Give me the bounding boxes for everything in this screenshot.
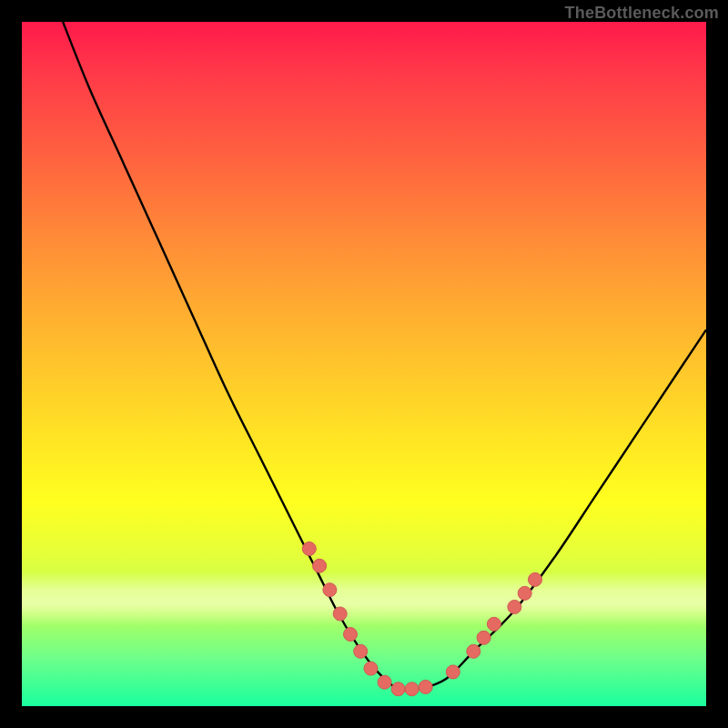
data-marker	[364, 662, 378, 675]
data-marker	[302, 542, 316, 556]
data-marker	[477, 631, 490, 644]
plot-area	[22, 22, 706, 706]
data-marker	[419, 680, 432, 693]
data-marker	[446, 665, 460, 679]
chart-frame: TheBottleneck.com	[0, 0, 728, 728]
data-marker	[405, 682, 419, 696]
highlight-band	[22, 571, 706, 626]
data-marker	[344, 628, 358, 642]
data-marker	[467, 644, 480, 658]
data-marker	[354, 644, 368, 658]
data-marker	[391, 682, 405, 696]
data-marker	[378, 675, 391, 689]
watermark: TheBottleneck.com	[565, 4, 719, 23]
